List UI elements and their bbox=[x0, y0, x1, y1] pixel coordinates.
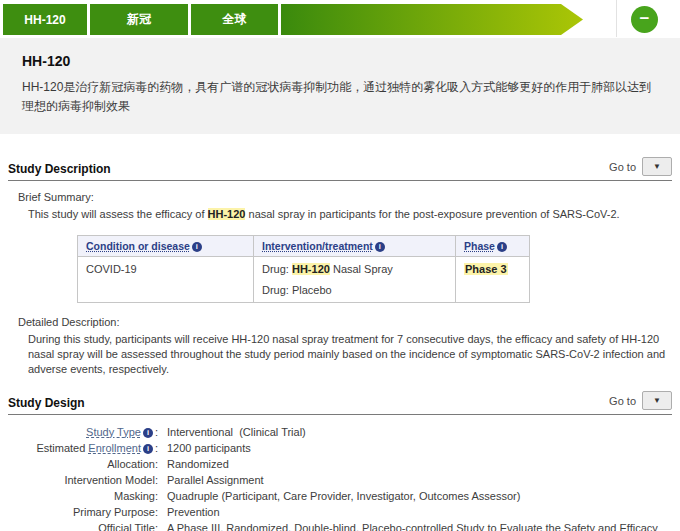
design-row-primary-purpose: Primary Purpose: Prevention bbox=[8, 504, 672, 520]
collapse-button[interactable]: − bbox=[631, 6, 658, 33]
design-row-study-type: Study Typei: Interventional (Clinical Tr… bbox=[8, 424, 672, 440]
info-icon[interactable]: i bbox=[143, 428, 153, 438]
label-prefix: Intervention Model bbox=[64, 474, 155, 486]
phase-header-link[interactable]: Phase bbox=[464, 240, 495, 252]
goto-label: Go to bbox=[609, 395, 636, 407]
study-design-fields: Study Typei: Interventional (Clinical Tr… bbox=[8, 424, 672, 531]
info-icon[interactable]: i bbox=[192, 242, 202, 252]
label-colon: : bbox=[155, 458, 158, 470]
intervention-cell: Drug: HH-120 Nasal Spray Drug: Placebo bbox=[254, 257, 456, 303]
brief-summary-after: nasal spray in participants for the post… bbox=[245, 208, 619, 220]
info-icon[interactable]: i bbox=[375, 242, 385, 252]
minus-icon: − bbox=[640, 10, 650, 27]
design-row-enrollment: Estimated Enrollmenti: 1200 participants bbox=[8, 440, 672, 456]
brief-summary-before: This study will assess the efficacy of bbox=[28, 208, 208, 220]
intervention-suffix: Placebo bbox=[292, 284, 332, 296]
condition-table-header-row: Condition or diseasei Intervention/treat… bbox=[78, 236, 530, 257]
chevron-down-icon: ▼ bbox=[653, 162, 661, 171]
brief-summary-label: Brief Summary: bbox=[18, 191, 672, 203]
top-breadcrumb-bar: HH-120 新冠 全球 − bbox=[0, 0, 680, 38]
intervention-highlight: HH-120 bbox=[292, 263, 330, 275]
study-design-title: Study Design bbox=[8, 396, 85, 410]
enrollment-value: 1200 participants bbox=[167, 441, 251, 455]
enrollment-link[interactable]: Enrollment bbox=[88, 442, 141, 454]
intervention-prefix: Drug: bbox=[262, 284, 292, 296]
drug-description: HH-120是治疗新冠病毒的药物，具有广谱的冠状病毒抑制功能，通过独特的雾化吸入… bbox=[22, 78, 658, 116]
phase-value: Phase 3 bbox=[464, 263, 508, 275]
progress-arrow bbox=[281, 4, 583, 35]
label-prefix: Allocation bbox=[107, 458, 155, 470]
drug-overview-panel: HH-120 HH-120是治疗新冠病毒的药物，具有广谱的冠状病毒抑制功能，通过… bbox=[0, 38, 680, 134]
label-colon: : bbox=[155, 474, 158, 486]
brief-summary-text: This study will assess the efficacy of H… bbox=[28, 207, 672, 222]
detailed-description-text: During this study, participants will rec… bbox=[28, 332, 672, 377]
official-title-value: A Phase III, Randomized, Double-blind, P… bbox=[167, 521, 662, 531]
goto-dropdown[interactable]: ▼ bbox=[642, 391, 672, 410]
info-icon[interactable]: i bbox=[143, 444, 153, 454]
study-description-title: Study Description bbox=[8, 162, 111, 176]
brief-summary-highlight: HH-120 bbox=[208, 208, 246, 220]
breadcrumb-segment-quanqiu[interactable]: 全球 bbox=[191, 4, 278, 35]
condition-cell: COVID-19 bbox=[78, 257, 254, 303]
official-title-before: A Phase III, Randomized, Double-blind, P… bbox=[167, 522, 661, 531]
study-type-link[interactable]: Study Type bbox=[86, 426, 141, 438]
intervention-model-value: Parallel Assignment bbox=[167, 473, 264, 487]
intervention-line: Drug: HH-120 Nasal Spray bbox=[262, 263, 447, 275]
design-row-masking: Masking: Quadruple (Participant, Care Pr… bbox=[8, 488, 672, 504]
label-colon: : bbox=[155, 426, 158, 438]
intervention-suffix: Nasal Spray bbox=[330, 263, 393, 275]
label-colon: : bbox=[155, 506, 158, 518]
condition-table: Condition or diseasei Intervention/treat… bbox=[77, 235, 530, 303]
topbar-divider bbox=[616, 0, 617, 37]
table-row: COVID-19 Drug: HH-120 Nasal Spray Drug: … bbox=[78, 257, 530, 303]
primary-purpose-value: Prevention bbox=[167, 505, 220, 519]
intervention-header-link[interactable]: Intervention/treatment bbox=[262, 240, 373, 252]
study-design-header: Study Design Go to ▼ bbox=[8, 391, 672, 415]
masking-value: Quadruple (Participant, Care Provider, I… bbox=[167, 489, 520, 503]
drug-title: HH-120 bbox=[22, 53, 658, 69]
study-description-header: Study Description Go to ▼ bbox=[8, 157, 672, 181]
label-colon: : bbox=[155, 490, 158, 502]
breadcrumb-segment-xinguan[interactable]: 新冠 bbox=[90, 4, 188, 35]
chevron-down-icon: ▼ bbox=[653, 396, 661, 405]
phase-cell: Phase 3 bbox=[456, 257, 530, 303]
allocation-value: Randomized bbox=[167, 457, 229, 471]
info-icon[interactable]: i bbox=[497, 242, 507, 252]
detailed-description-label: Detailed Description: bbox=[18, 316, 672, 328]
label-prefix: Estimated bbox=[36, 442, 88, 454]
condition-header-link[interactable]: Condition or disease bbox=[86, 240, 190, 252]
goto-label: Go to bbox=[609, 161, 636, 173]
design-row-intervention-model: Intervention Model: Parallel Assignment bbox=[8, 472, 672, 488]
label-prefix: Official Title bbox=[98, 522, 155, 531]
label-prefix: Primary Purpose bbox=[73, 506, 155, 518]
intervention-prefix: Drug: bbox=[262, 263, 292, 275]
intervention-line: Drug: Placebo bbox=[262, 284, 447, 296]
design-row-official-title: Official Title: A Phase III, Randomized,… bbox=[8, 520, 672, 531]
label-colon: : bbox=[155, 442, 158, 454]
label-colon: : bbox=[155, 522, 158, 531]
goto-dropdown[interactable]: ▼ bbox=[642, 157, 672, 176]
label-prefix: Masking bbox=[114, 490, 155, 502]
design-row-allocation: Allocation: Randomized bbox=[8, 456, 672, 472]
breadcrumb-segment-hh120[interactable]: HH-120 bbox=[3, 4, 87, 35]
study-type-value: Interventional (Clinical Trial) bbox=[167, 425, 306, 439]
